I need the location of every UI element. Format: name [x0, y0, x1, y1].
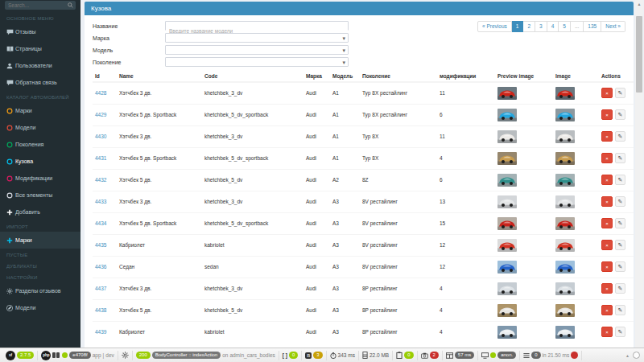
sidebar-item-reviews[interactable]: Отзывы	[0, 23, 80, 40]
pagination-page[interactable]: 135	[584, 21, 601, 32]
generation-filter-select[interactable]: ▾	[165, 57, 349, 67]
brand-filter-select[interactable]: ▾	[165, 33, 349, 43]
delete-button[interactable]: ×	[601, 153, 613, 163]
pagination-page[interactable]: 5	[559, 21, 571, 32]
pagination-page[interactable]: 2	[523, 21, 535, 32]
sidebar-item-bodies[interactable]: Кузова	[0, 153, 80, 170]
delete-x-icon: ×	[605, 265, 609, 269]
edit-button[interactable]: ✎	[615, 240, 625, 250]
edit-button[interactable]: ✎	[615, 88, 625, 98]
image-image-thumb	[555, 152, 575, 165]
cell-generation: 8P рестайлинг	[360, 321, 437, 343]
sidebar-item-users[interactable]: Пользователи	[0, 57, 80, 74]
sidebar-search-input[interactable]	[5, 1, 65, 10]
sidebar-item-all-elements[interactable]: Все элементы	[0, 187, 80, 204]
toolbar-memory-segment[interactable]: 22.0 MB	[359, 351, 393, 360]
pagination-prev[interactable]: « Previous	[477, 21, 512, 32]
delete-button[interactable]: ×	[601, 196, 613, 207]
cell-actions: ×✎	[599, 125, 634, 147]
body-id-link[interactable]: 4438	[95, 307, 106, 313]
delete-button[interactable]: ×	[601, 88, 613, 98]
cell-brand: Audi	[303, 278, 330, 299]
cell-actions: ×✎	[599, 169, 634, 191]
toolbar-config-segment[interactable]: php e4708f app | dev	[38, 351, 118, 360]
edit-button[interactable]: ✎	[615, 218, 625, 228]
delete-button[interactable]: ×	[601, 175, 613, 185]
body-id-link[interactable]: 4432	[95, 177, 106, 183]
edit-button[interactable]: ✎	[615, 261, 625, 272]
body-id-link[interactable]: 4437	[95, 286, 106, 291]
body-id-link[interactable]: 4431	[95, 155, 106, 161]
toolbar-events-segment[interactable]: 0 in 21.50 ms	[520, 351, 582, 360]
circle-icon	[6, 108, 15, 114]
delete-button[interactable]: ×	[601, 109, 613, 120]
sidebar-item-settings-models[interactable]: Модели	[0, 299, 80, 316]
sidebar-item-import-brands[interactable]: Марки	[0, 232, 80, 249]
cell-code: khetchbek_3_dv	[202, 278, 303, 299]
preview-image-thumb	[497, 174, 517, 187]
sidebar-item-review-sections[interactable]: Разделы отзывов	[0, 282, 80, 299]
scrollbar-up-arrow[interactable]: ▲	[635, 0, 643, 7]
sidebar-item-add[interactable]: Добавить	[0, 204, 80, 220]
body-id-link[interactable]: 4429	[95, 112, 106, 117]
search-icon[interactable]	[65, 1, 76, 10]
cell-mods: 4	[437, 299, 495, 321]
body-id-link[interactable]: 4435	[95, 242, 106, 248]
sidebar-item-modifications[interactable]: Модификации	[0, 170, 80, 187]
body-id-link[interactable]: 4436	[95, 264, 106, 269]
toolbar-gear-segment[interactable]	[118, 351, 133, 360]
delete-button[interactable]: ×	[601, 131, 613, 142]
sidebar-item-generations[interactable]: Поколения	[0, 136, 80, 153]
toolbar-deprecations-segment[interactable]: 2	[418, 351, 443, 360]
toolbar-time-segment[interactable]: 343 ms	[327, 351, 359, 360]
controller-badge: BodyController :: indexAction	[152, 352, 221, 359]
edit-button[interactable]: ✎	[615, 305, 625, 315]
toolbar-close-button[interactable]	[633, 352, 640, 359]
edit-button[interactable]: ✎	[615, 327, 625, 337]
toolbar-expand-arrow-icon[interactable]: ▲	[625, 353, 630, 358]
image-image-thumb	[555, 174, 575, 187]
image-image-thumb	[555, 326, 575, 339]
delete-button[interactable]: ×	[601, 261, 613, 272]
pagination-next[interactable]: Next »	[601, 21, 625, 32]
model-filter-select[interactable]: ▾	[165, 45, 349, 55]
edit-button[interactable]: ✎	[615, 131, 625, 142]
delete-button[interactable]: ×	[601, 283, 613, 294]
body-id-link[interactable]: 4430	[95, 134, 106, 139]
cell-name: Седан	[117, 256, 202, 278]
edit-button[interactable]: ✎	[615, 175, 625, 185]
sidebar-item-models[interactable]: Модели	[0, 119, 80, 136]
vertical-scrollbar[interactable]: ▲	[635, 0, 643, 348]
edit-button[interactable]: ✎	[615, 153, 625, 163]
body-id-link[interactable]: 4428	[95, 90, 106, 96]
table-body: 4428Хэтчбек 3 дв.khetchbek_3_dvAudiA1Typ…	[93, 82, 634, 343]
delete-x-icon: ×	[605, 156, 609, 161]
edit-button[interactable]: ✎	[615, 283, 625, 294]
edit-button[interactable]: ✎	[615, 196, 625, 207]
delete-button[interactable]: ×	[601, 305, 613, 315]
toolbar-ajax-segment[interactable]: [ ] 0	[279, 351, 302, 360]
sidebar-item-pages[interactable]: Страницы	[0, 40, 80, 57]
toolbar-request-segment[interactable]: 200 BodyController :: indexAction on adm…	[133, 351, 279, 360]
scrollbar-thumb[interactable]	[636, 16, 642, 93]
delete-button[interactable]: ×	[601, 218, 613, 228]
toolbar-forms-segment[interactable]: 0	[393, 351, 417, 360]
delete-button[interactable]: ×	[601, 240, 613, 250]
delete-button[interactable]: ×	[601, 327, 613, 337]
body-id-link[interactable]: 4439	[95, 329, 106, 335]
toolbar-security-segment[interactable]: anon.	[478, 351, 520, 360]
pagination-page[interactable]: 3	[535, 21, 547, 32]
sidebar-item-feedback[interactable]: Обратная связь	[0, 74, 80, 91]
delete-x-icon: ×	[605, 286, 609, 291]
sidebar-item-brands[interactable]: Марки	[0, 102, 80, 119]
db-table-icon	[446, 352, 453, 359]
pagination-page[interactable]: 1	[512, 21, 524, 32]
pagination-page[interactable]: 4	[547, 21, 559, 32]
toolbar-logs-segment[interactable]: B 3	[302, 351, 326, 360]
cell-brand: Audi	[303, 321, 330, 343]
body-id-link[interactable]: 4433	[95, 199, 106, 204]
body-id-link[interactable]: 4434	[95, 220, 106, 226]
toolbar-db-segment[interactable]: 57 ms	[443, 351, 478, 360]
edit-button[interactable]: ✎	[615, 109, 625, 120]
security-status-dot-icon	[490, 352, 496, 358]
